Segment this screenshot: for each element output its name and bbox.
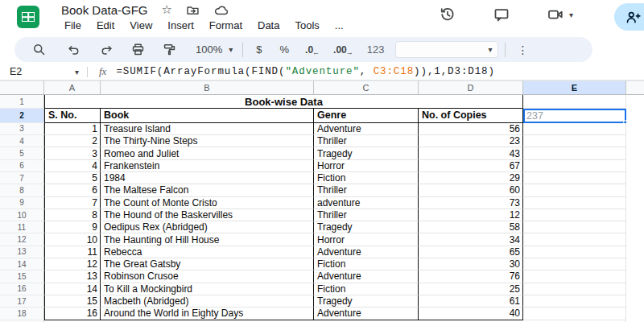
- cell-sno[interactable]: 4: [44, 160, 101, 172]
- paint-format-icon[interactable]: [163, 43, 176, 56]
- cell-f-empty[interactable]: [626, 258, 644, 270]
- move-folder-icon[interactable]: [186, 3, 200, 17]
- cell-book[interactable]: Macbeth (Abridged): [101, 295, 314, 308]
- cell-copies[interactable]: 76: [419, 270, 523, 283]
- cell-f-empty[interactable]: [626, 160, 644, 172]
- cell-f-empty[interactable]: [626, 123, 644, 135]
- cell-copies[interactable]: 58: [419, 221, 523, 233]
- row-header-1[interactable]: 1: [0, 95, 44, 109]
- zoom-caret-icon[interactable]: ▾: [229, 45, 233, 54]
- cell-sno[interactable]: 8: [44, 209, 101, 221]
- cell-d2-header[interactable]: No. of Copies: [419, 109, 523, 122]
- cell-f1[interactable]: [626, 95, 644, 109]
- cell-e-empty[interactable]: [523, 221, 626, 233]
- percent-format-button[interactable]: %: [280, 43, 290, 56]
- cell-book[interactable]: To Kill a Mockingbird: [101, 283, 314, 295]
- menu-item[interactable]: File: [60, 19, 86, 32]
- increase-decimal-button[interactable]: .00→: [333, 44, 354, 56]
- cell-e-empty[interactable]: [523, 197, 626, 209]
- cell-genre[interactable]: Adventure: [314, 308, 419, 320]
- cell-f-empty[interactable]: [626, 270, 644, 283]
- cell-copies[interactable]: 65: [419, 246, 523, 258]
- cell-copies[interactable]: 61: [419, 295, 523, 308]
- cell-copies[interactable]: 23: [419, 135, 523, 147]
- cell-genre[interactable]: Adventure: [314, 270, 419, 283]
- cell-f-empty[interactable]: [626, 221, 644, 233]
- meet-camera-icon[interactable]: [547, 6, 564, 23]
- cell-genre[interactable]: Thriller: [314, 209, 419, 221]
- menu-item[interactable]: ...: [330, 19, 349, 32]
- cell-book[interactable]: 1984: [101, 172, 314, 184]
- name-box-caret-icon[interactable]: ▾: [75, 68, 79, 76]
- cell-f-empty[interactable]: [626, 135, 644, 147]
- cell-f-empty[interactable]: [626, 184, 644, 196]
- redo-icon[interactable]: [100, 43, 114, 56]
- cell-sno[interactable]: 16: [44, 308, 101, 320]
- cell-copies[interactable]: 56: [419, 123, 523, 135]
- document-title[interactable]: Book Data-GFG: [61, 3, 148, 17]
- cell-book[interactable]: The Haunting of Hill House: [101, 233, 314, 246]
- column-header-c[interactable]: C: [314, 80, 419, 95]
- cell-sno[interactable]: 10: [44, 233, 101, 246]
- cell-copies[interactable]: 60: [419, 184, 523, 196]
- version-history-icon[interactable]: [439, 6, 456, 23]
- row-header[interactable]: 5: [0, 147, 44, 159]
- row-header[interactable]: 12: [0, 233, 44, 246]
- cell-f-empty[interactable]: [626, 283, 644, 295]
- cell-book[interactable]: Romeo and Juliet: [101, 147, 314, 159]
- cell-e-empty[interactable]: [523, 147, 626, 159]
- cell-sno[interactable]: 14: [44, 283, 101, 295]
- cell-sno[interactable]: 3: [44, 147, 101, 159]
- cell-sno[interactable]: 2: [44, 135, 101, 147]
- cell-e-empty[interactable]: [523, 233, 626, 246]
- sheets-logo-icon[interactable]: [17, 6, 39, 28]
- cell-sno[interactable]: 9: [44, 221, 101, 233]
- row-header[interactable]: 6: [0, 160, 44, 172]
- cell-e-empty[interactable]: [523, 160, 626, 172]
- number-format-button[interactable]: 123: [367, 43, 385, 56]
- cell-genre[interactable]: Fiction: [314, 258, 419, 270]
- cloud-status-icon[interactable]: [213, 3, 228, 17]
- cell-book[interactable]: Treasure Island: [101, 123, 314, 135]
- cell-genre[interactable]: Adventure: [314, 123, 419, 135]
- cell-e-empty[interactable]: [523, 270, 626, 283]
- cell-e-empty[interactable]: [523, 308, 626, 320]
- name-box[interactable]: E2 ▾: [0, 66, 87, 77]
- search-icon[interactable]: [32, 43, 46, 56]
- row-header[interactable]: 9: [0, 197, 44, 209]
- cell-genre[interactable]: Tragedy: [314, 221, 419, 233]
- cell-genre[interactable]: adventure: [314, 197, 419, 209]
- cell-e-empty[interactable]: [523, 258, 626, 270]
- cell-sno[interactable]: 13: [44, 270, 101, 283]
- column-header-b[interactable]: B: [101, 80, 314, 95]
- cell-sno[interactable]: 12: [44, 258, 101, 270]
- undo-icon[interactable]: [67, 43, 80, 56]
- cell-e-empty[interactable]: [523, 123, 626, 135]
- menu-item[interactable]: View: [125, 19, 157, 32]
- cell-copies[interactable]: 25: [419, 283, 523, 295]
- cell-f-empty[interactable]: [626, 308, 644, 320]
- cell-copies[interactable]: 40: [419, 308, 523, 320]
- column-header-d[interactable]: D: [419, 80, 523, 95]
- cell-sno[interactable]: 11: [44, 246, 101, 258]
- cell-book[interactable]: The Great Gatsby: [101, 258, 314, 270]
- row-header[interactable]: 18: [0, 308, 44, 320]
- row-header[interactable]: 4: [0, 135, 44, 147]
- cell-copies[interactable]: 73: [419, 197, 523, 209]
- row-header[interactable]: 13: [0, 246, 44, 258]
- cell-book[interactable]: The Hound of the Baskervilles: [101, 209, 314, 221]
- column-header-e-selected[interactable]: E: [523, 80, 626, 95]
- cell-e-empty[interactable]: [523, 135, 626, 147]
- cell-copies[interactable]: 43: [419, 147, 523, 159]
- cell-genre[interactable]: Thriller: [314, 135, 419, 147]
- row-header[interactable]: 16: [0, 283, 44, 295]
- cell-copies[interactable]: 29: [419, 172, 523, 184]
- cell-e-empty[interactable]: [523, 283, 626, 295]
- menu-item[interactable]: Edit: [92, 19, 119, 32]
- cell-genre[interactable]: Adventure: [314, 246, 419, 258]
- cell-e2-selected[interactable]: 237: [523, 109, 626, 122]
- cell-e-empty[interactable]: [523, 209, 626, 221]
- cell-book[interactable]: The Thirty-Nine Steps: [101, 135, 314, 147]
- row-header[interactable]: 15: [0, 270, 44, 283]
- cell-f-empty[interactable]: [626, 197, 644, 209]
